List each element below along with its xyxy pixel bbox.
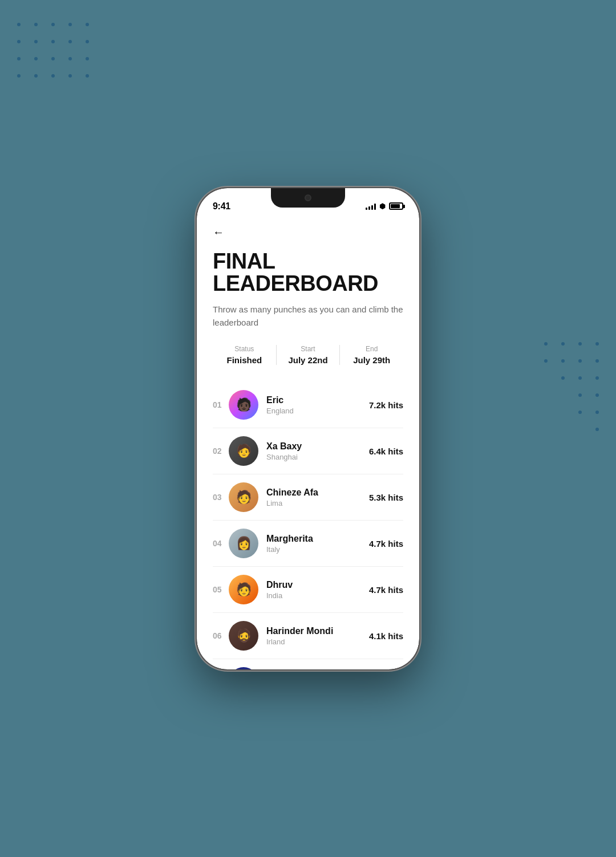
player-location: England	[266, 407, 369, 415]
status-time: 9:41	[213, 201, 230, 212]
avatar: 🧑	[229, 482, 258, 512]
phone-frame: 9:41 ⬢ ← FINAL LEADERBOARD	[197, 188, 419, 669]
list-item[interactable]: 01 🧑🏿 Eric England 7.2k hits	[213, 382, 403, 428]
camera	[305, 194, 311, 201]
avatar: 👩	[229, 529, 258, 558]
stat-start-value: July 22nd	[288, 355, 327, 365]
player-location: Lima	[266, 499, 369, 507]
stat-status: Status Finished	[213, 345, 276, 365]
page-title: FINAL LEADERBOARD	[213, 250, 403, 296]
back-button[interactable]: ←	[213, 226, 403, 239]
notch	[271, 188, 345, 208]
list-item[interactable]: 05 🧑 Dhruv India 4.7k hits	[213, 567, 403, 613]
player-score: 4.7k hits	[369, 585, 403, 595]
avatar: 🧑	[229, 436, 258, 466]
stat-start: Start July 22nd	[276, 345, 340, 365]
player-name: Eric	[266, 395, 369, 405]
player-name: Dhruv	[266, 580, 369, 590]
player-info: Chineze Afa Lima	[266, 488, 369, 507]
player-score: 5.3k hits	[369, 493, 403, 502]
status-icons: ⬢	[366, 202, 403, 210]
player-info: Margherita Italy	[266, 534, 369, 554]
player-location: Italy	[266, 545, 369, 554]
list-item[interactable]: 02 🧑 Xa Baxy Shanghai 6.4k hits	[213, 428, 403, 474]
list-item[interactable]: 07 👩 Javiera Montevideo 3.8k hits	[213, 659, 403, 669]
stat-status-value: Finished	[227, 355, 262, 365]
list-item[interactable]: 04 👩 Margherita Italy 4.7k hits	[213, 521, 403, 567]
stat-start-label: Start	[301, 345, 315, 353]
player-name: Xa Baxy	[266, 441, 369, 452]
list-item[interactable]: 03 🧑 Chineze Afa Lima 5.3k hits	[213, 474, 403, 521]
rank-number: 03	[213, 493, 229, 502]
player-info: Eric England	[266, 395, 369, 415]
player-info: Harinder Mondi Irland	[266, 626, 369, 646]
page-subtitle: Throw as many punches as you can and cli…	[213, 303, 403, 329]
stats-row: Status Finished Start July 22nd End July…	[213, 345, 403, 365]
player-location: Shanghai	[266, 453, 369, 461]
screen-content[interactable]: ← FINAL LEADERBOARD Throw as many punche…	[197, 217, 419, 669]
rank-number: 04	[213, 539, 229, 548]
list-item[interactable]: 06 🧔 Harinder Mondi Irland 4.1k hits	[213, 613, 403, 659]
phone-screen: 9:41 ⬢ ← FINAL LEADERBOARD	[197, 188, 419, 669]
leaderboard-list: 01 🧑🏿 Eric England 7.2k hits 02 🧑 Xa Bax…	[213, 382, 403, 669]
back-arrow-icon: ←	[213, 226, 224, 239]
avatar: 🧑🏿	[229, 390, 258, 420]
wifi-icon: ⬢	[379, 202, 386, 210]
stat-end-value: July 29th	[353, 355, 390, 365]
stat-status-label: Status	[234, 345, 254, 353]
player-name: Chineze Afa	[266, 488, 369, 498]
signal-icon	[366, 203, 376, 210]
player-info: Dhruv India	[266, 580, 369, 600]
player-info: Xa Baxy Shanghai	[266, 441, 369, 461]
rank-number: 06	[213, 631, 229, 640]
rank-number: 05	[213, 585, 229, 594]
player-score: 7.2k hits	[369, 400, 403, 410]
player-name: Margherita	[266, 534, 369, 544]
player-score: 4.1k hits	[369, 631, 403, 641]
stat-end: End July 29th	[339, 345, 403, 365]
player-score: 4.7k hits	[369, 539, 403, 549]
avatar: 🧑	[229, 575, 258, 604]
player-score: 6.4k hits	[369, 446, 403, 456]
player-location: India	[266, 591, 369, 600]
avatar: 👩	[229, 667, 258, 669]
rank-number: 01	[213, 400, 229, 409]
avatar: 🧔	[229, 621, 258, 651]
battery-icon	[389, 202, 403, 210]
player-location: Irland	[266, 637, 369, 646]
rank-number: 02	[213, 446, 229, 456]
player-name: Harinder Mondi	[266, 626, 369, 636]
stat-end-label: End	[366, 345, 378, 353]
